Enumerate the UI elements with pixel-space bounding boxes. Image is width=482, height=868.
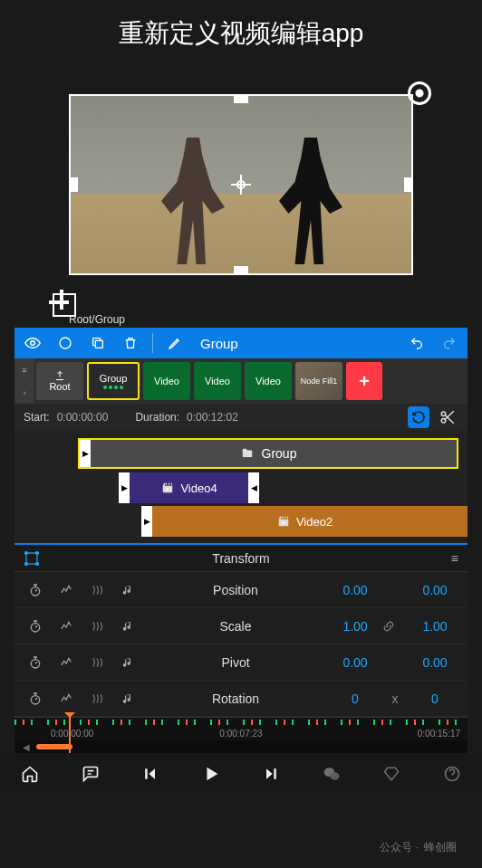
ease-icon[interactable] — [82, 619, 112, 634]
keyframe-stopwatch-icon[interactable] — [20, 583, 51, 597]
track-fold-icon[interactable]: ▶ — [80, 440, 91, 467]
resize-handle-right[interactable] — [404, 177, 413, 192]
group-track[interactable]: ▶ Group — [78, 438, 458, 469]
video-subject — [161, 138, 225, 264]
resize-handle-top[interactable] — [234, 94, 248, 103]
rotate-handle-icon[interactable] — [408, 81, 431, 105]
ease-icon[interactable] — [82, 655, 112, 670]
property-row-pivot: Pivot0.000.00 — [14, 644, 468, 681]
comments-icon[interactable] — [76, 759, 105, 788]
clip-end-handle[interactable]: ◀ — [248, 472, 259, 503]
add-node-button[interactable]: + — [346, 362, 382, 400]
keyframe-stopwatch-icon[interactable] — [20, 619, 51, 634]
property-value-y[interactable]: 0.00 — [408, 655, 462, 670]
video2-clip[interactable]: ▶ Video2 — [141, 506, 468, 537]
video-track[interactable]: ▶ Video2 — [14, 506, 468, 537]
node-group-label: Group — [100, 373, 128, 384]
timeline-ruler[interactable]: 0:00:00:00 0:00:07:23 0:00:15:17 — [14, 717, 468, 740]
wechat-icon[interactable] — [317, 759, 346, 788]
copy-icon[interactable] — [87, 332, 109, 354]
node-video-label: Video — [255, 376, 281, 386]
svg-point-6 — [25, 551, 28, 554]
scroll-left-icon[interactable]: ◀ — [20, 742, 33, 752]
property-value-y[interactable]: 0.00 — [408, 583, 462, 597]
help-icon[interactable] — [438, 759, 467, 788]
record-icon[interactable] — [54, 332, 76, 354]
graph-icon[interactable] — [51, 692, 82, 705]
panel-menu-icon[interactable]: ≡ — [437, 551, 458, 566]
property-value-x[interactable]: 1.00 — [328, 619, 382, 634]
video4-clip-label: Video4 — [180, 482, 217, 495]
time-info-row: Start: 0:00:00:00 Duration: 0:00:12:02 — [14, 404, 468, 431]
reset-time-button[interactable] — [408, 406, 429, 428]
clip-start-handle[interactable]: ▶ — [141, 506, 152, 537]
sound-icon[interactable] — [112, 655, 143, 670]
expand-icon[interactable]: › — [24, 388, 26, 397]
prev-frame-icon[interactable] — [136, 759, 165, 788]
link-axes-icon[interactable] — [382, 620, 408, 633]
plus-icon: + — [359, 371, 370, 392]
scissors-icon[interactable] — [437, 406, 458, 428]
property-value-y[interactable]: 1.00 — [408, 619, 462, 634]
ease-icon[interactable] — [82, 692, 112, 706]
sound-icon[interactable] — [112, 583, 143, 597]
property-value-x[interactable]: 0 — [328, 692, 382, 706]
video4-clip[interactable]: ▶ Video4 ◀ — [119, 472, 259, 503]
keyframe-stopwatch-icon[interactable] — [20, 692, 51, 706]
home-icon[interactable] — [15, 759, 44, 788]
graph-icon[interactable] — [51, 620, 82, 633]
resize-handle-bottom[interactable] — [234, 266, 248, 275]
pencil-icon[interactable] — [164, 332, 186, 354]
property-value-y[interactable]: 0 — [408, 692, 462, 706]
sound-icon[interactable] — [112, 619, 143, 634]
node-group[interactable]: Group — [87, 362, 140, 400]
selection-frame[interactable] — [69, 94, 413, 275]
property-name: Pivot — [143, 655, 328, 670]
duration-value[interactable]: 0:00:12:02 — [187, 411, 238, 424]
node-video[interactable]: Video — [143, 362, 190, 400]
crop-icon[interactable] — [53, 293, 76, 317]
resize-handle-left[interactable] — [69, 177, 78, 192]
property-row-position: Position0.000.00 — [14, 572, 468, 608]
node-video[interactable]: Video — [245, 362, 292, 400]
clip-start-handle[interactable]: ▶ — [119, 472, 130, 503]
node-root[interactable]: Root — [36, 362, 83, 400]
folder-icon — [240, 447, 255, 460]
undo-icon[interactable] — [406, 332, 428, 354]
watermark: 公众号 · 蜂创圈 — [380, 840, 457, 855]
ease-icon[interactable] — [82, 583, 112, 597]
property-name: Scale — [143, 619, 328, 634]
preview-canvas[interactable] — [51, 76, 431, 311]
child-indicator-icon — [103, 386, 123, 389]
svg-point-4 — [441, 419, 446, 424]
ruler-time: 0:00:15:17 — [418, 729, 460, 739]
timeline-tracks[interactable]: ▶ Group ▶ Video4 ◀ ▶ Video2 — [14, 431, 468, 543]
graph-icon[interactable] — [51, 584, 82, 596]
visibility-icon[interactable] — [22, 332, 43, 354]
property-value-x[interactable]: 0.00 — [328, 583, 382, 597]
transform-panel-header[interactable]: Transform ≡ — [14, 543, 468, 572]
svg-point-7 — [36, 551, 39, 554]
diamond-icon[interactable] — [377, 759, 406, 788]
sound-icon[interactable] — [112, 692, 143, 706]
video-track[interactable]: ▶ Video4 ◀ — [14, 472, 468, 503]
link-axes-icon[interactable]: x — [382, 692, 408, 706]
redo-icon[interactable] — [439, 332, 460, 354]
node-video[interactable]: Video — [194, 362, 241, 400]
transform-title: Transform — [45, 551, 437, 566]
scrollbar-thumb[interactable] — [36, 744, 72, 749]
watermark-prefix: 公众号 · — [380, 840, 419, 855]
reorder-icon[interactable]: ≡ — [22, 366, 26, 375]
trash-icon[interactable] — [120, 332, 141, 354]
keyframe-stopwatch-icon[interactable] — [20, 655, 51, 670]
node-fill[interactable]: Node Fill1 — [295, 362, 342, 400]
svg-point-3 — [441, 412, 446, 416]
pivot-marker[interactable] — [231, 175, 251, 195]
next-frame-icon[interactable] — [256, 759, 285, 788]
node-row-tools[interactable]: ≡ › — [14, 358, 34, 404]
graph-icon[interactable] — [51, 656, 82, 669]
timeline-scrollbar[interactable]: ◀ — [14, 740, 468, 753]
property-value-x[interactable]: 0.00 — [328, 655, 382, 670]
start-value[interactable]: 0:00:00:00 — [57, 411, 109, 424]
play-icon[interactable] — [197, 759, 226, 788]
